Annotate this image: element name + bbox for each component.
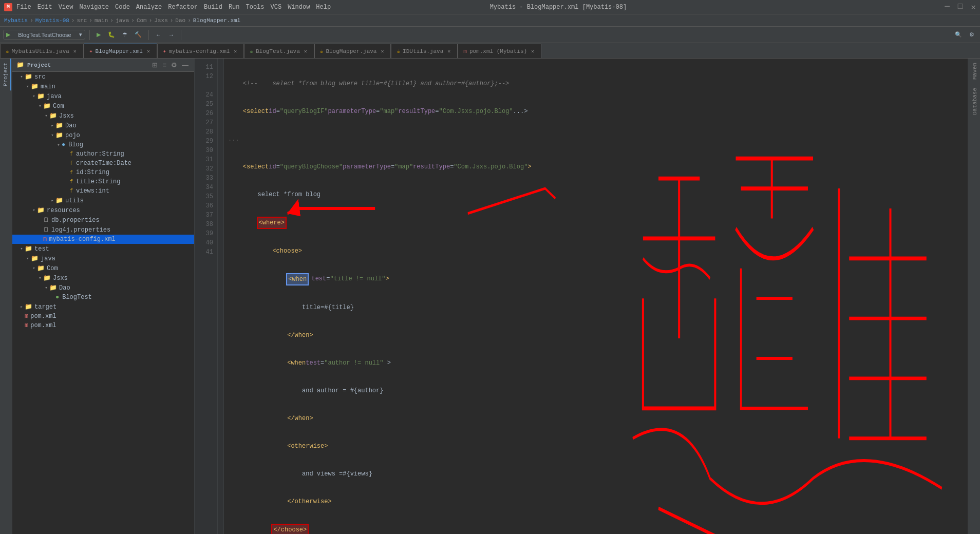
breadcrumb-dao[interactable]: Dao — [175, 17, 185, 24]
breadcrumb-main[interactable]: main — [95, 17, 108, 24]
menu-edit[interactable]: Edit — [37, 4, 52, 11]
tree-label-db-props: db.properties — [51, 217, 100, 224]
search-everywhere-button[interactable]: 🔍 — [952, 30, 965, 39]
folder-icon-java: 📁 — [37, 92, 45, 100]
tree-item-test-java[interactable]: ▾ 📁 java — [12, 254, 194, 263]
tab-mybatisutils[interactable]: ☕ MybatisUtils.java ✕ — [0, 44, 84, 58]
tree-item-utils[interactable]: ▸ 📁 utils — [12, 196, 194, 205]
menu-code[interactable]: Code — [115, 4, 130, 11]
tree-item-pom2[interactable]: ▸ m pom.xml — [12, 321, 194, 330]
breadcrumb-mybatis[interactable]: Mybatis — [4, 17, 28, 24]
tree-item-resources[interactable]: ▾ 📁 resources — [12, 205, 194, 215]
tree-item-test-dao[interactable]: ▾ 📁 Dao — [12, 283, 194, 293]
tree-item-pom1[interactable]: ▸ m pom.xml — [12, 312, 194, 321]
folder-icon-main: 📁 — [31, 83, 39, 90]
sidebar-header: 📁 Project ⊞ ≡ ⚙ — — [12, 59, 194, 72]
maximize-button[interactable]: □ — [958, 2, 963, 12]
maven-panel-tab[interactable]: Maven — [968, 59, 980, 84]
tree-label-test-java: java — [41, 255, 55, 262]
tab-close-mybatis-config[interactable]: ✕ — [232, 48, 238, 54]
menu-build[interactable]: Build — [204, 4, 222, 11]
breadcrumb-jsxs[interactable]: Jsxs — [154, 17, 167, 24]
tab-close-mybatisutils[interactable]: ✕ — [72, 48, 78, 54]
tree-item-src[interactable]: ▾ 📁 src — [12, 72, 194, 82]
menu-run[interactable]: Run — [229, 4, 240, 11]
close-button[interactable]: ✕ — [971, 2, 976, 12]
tree-item-id[interactable]: ▸ f id:String — [12, 168, 194, 177]
tab-blogmapper-xml[interactable]: ✦ BlogMapper.xml ✕ — [84, 44, 157, 58]
tree-item-main[interactable]: ▾ 📁 main — [12, 82, 194, 91]
tree-label-com: Com — [53, 103, 64, 110]
tab-blogtest[interactable]: ☕ BlogTest.java ✕ — [244, 44, 314, 58]
right-panel: Maven Database — [968, 59, 980, 534]
breadcrumb-mybatis08[interactable]: Mybatis-08 — [35, 17, 69, 24]
xml-icon-mybatis: m — [43, 236, 47, 243]
code-text[interactable]: <!-- select *from blog where title=#{tit… — [224, 59, 968, 534]
forward-button[interactable]: → — [166, 31, 177, 39]
menu-view[interactable]: View — [59, 4, 73, 11]
tab-pom[interactable]: m pom.xml (Mybatis) ✕ — [458, 44, 541, 58]
breadcrumb-file[interactable]: BlogMapper.xml — [193, 17, 240, 24]
tree-item-dao[interactable]: ▸ 📁 Dao — [12, 121, 194, 130]
breadcrumb-java[interactable]: java — [116, 17, 129, 24]
debug-button[interactable]: 🐛 — [105, 30, 118, 39]
tab-mybatis-config[interactable]: ✦ mybatis-config.xml ✕ — [157, 44, 244, 58]
minimize-button[interactable]: ─ — [945, 2, 950, 12]
database-panel-tab[interactable]: Database — [968, 84, 980, 119]
menu-file[interactable]: File — [16, 4, 31, 11]
run-config-label: BlogTest.TestChoose — [18, 32, 71, 38]
settings-button[interactable]: ⚙ — [967, 30, 977, 39]
menu-window[interactable]: Window — [288, 4, 310, 11]
tree-item-jsxs[interactable]: ▾ 📁 Jsxs — [12, 111, 194, 121]
tab-close-blogmapper[interactable]: ✕ — [145, 48, 152, 54]
toolbar-sep-1 — [89, 30, 90, 40]
tree-item-title[interactable]: ▸ f title:String — [12, 177, 194, 186]
tab-idutils[interactable]: ☕ IDUtils.java ✕ — [391, 44, 458, 58]
breadcrumb-com[interactable]: Com — [137, 17, 147, 24]
tree-item-db-props[interactable]: ▸ 🗒 db.properties — [12, 215, 194, 225]
tree-item-com[interactable]: ▾ 📁 Com — [12, 101, 194, 111]
tree-item-blog[interactable]: ▾ ● Blog — [12, 140, 194, 149]
tree-item-author[interactable]: ▸ f author:String — [12, 149, 194, 159]
tree-item-test[interactable]: ▾ 📁 test — [12, 244, 194, 254]
tree-item-pojo[interactable]: ▾ 📁 pojo — [12, 130, 194, 140]
code-editor[interactable]: 11 12 24 25 26 27 28 29 30 31 32 33 34 3… — [195, 59, 968, 534]
tab-close-idutils[interactable]: ✕ — [446, 48, 452, 54]
tab-bloggmapper-java[interactable]: ☕ BlogMapper.java ✕ — [314, 44, 391, 58]
sidebar-gear-btn[interactable]: ⚙ — [169, 61, 179, 69]
build-button[interactable]: 🔨 — [132, 30, 144, 39]
menu-tools[interactable]: Tools — [246, 4, 265, 11]
tree-item-log4j[interactable]: ▸ 🗒 log4j.properties — [12, 225, 194, 235]
sidebar-settings-btn[interactable]: ≡ — [161, 61, 168, 69]
when-tag-highlight: <when — [287, 274, 308, 284]
sidebar-collapse-btn[interactable]: ⊞ — [150, 61, 159, 69]
tree-item-test-com[interactable]: ▾ 📁 Com — [12, 263, 194, 273]
arrow-test-com: ▾ — [31, 265, 37, 271]
tab-close-pom[interactable]: ✕ — [530, 48, 536, 54]
menu-help[interactable]: Help — [316, 4, 331, 11]
menu-refactor[interactable]: Refactor — [168, 4, 198, 11]
tree-item-blogtest-class[interactable]: ▸ ● BlogTest — [12, 293, 194, 302]
code-line-37: </choose> — [228, 525, 964, 534]
tree-item-mybatis-config[interactable]: ▸ m mybatis-config.xml — [12, 235, 194, 244]
tree-item-createtime[interactable]: ▸ f createTime:Date — [12, 159, 194, 168]
tree-item-target[interactable]: ▸ 📁 target — [12, 302, 194, 312]
tab-close-blogtest[interactable]: ✕ — [303, 48, 309, 54]
menu-vcs[interactable]: VCS — [271, 4, 282, 11]
tree-item-test-jsxs[interactable]: ▾ 📁 Jsxs — [12, 273, 194, 283]
tree-item-java[interactable]: ▾ 📁 java — [12, 91, 194, 101]
tree-item-views[interactable]: ▸ f views:int — [12, 186, 194, 196]
sidebar-close-btn[interactable]: — — [180, 61, 190, 69]
run-button[interactable]: ▶ — [94, 30, 103, 39]
tree-label-blog: Blog — [68, 141, 83, 148]
breadcrumb-src[interactable]: src — [77, 17, 87, 24]
project-panel-tab[interactable]: Project — [1, 59, 11, 90]
menu-navigate[interactable]: Navigate — [79, 4, 109, 11]
run-config-selector[interactable]: ▶ BlogTest.TestChoose ▾ — [3, 30, 85, 40]
folder-icon-test-java: 📁 — [31, 255, 39, 262]
tree-label-views: views:int — [76, 187, 109, 195]
menu-analyze[interactable]: Analyze — [136, 4, 162, 11]
back-button[interactable]: ← — [153, 31, 164, 39]
coverage-button[interactable]: ☂ — [120, 30, 130, 39]
tab-close-bloggmapper-java[interactable]: ✕ — [379, 48, 385, 54]
